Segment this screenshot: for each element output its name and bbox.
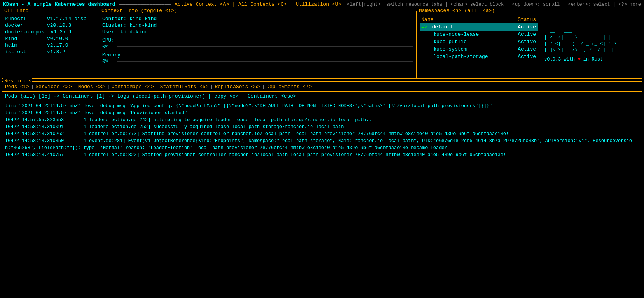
ns-arrow: => [421, 24, 428, 30]
ns-status: Active [518, 31, 536, 37]
ns-status: Active [518, 46, 536, 52]
cli-tool-name: kind [5, 36, 44, 42]
ns-name: kube-node-lease [421, 31, 518, 37]
log-content: time="2021-04-22T14:57:55Z" level=debug … [2, 101, 642, 160]
tab-separator: | [155, 84, 159, 90]
context-context: Context: kind-kind [102, 16, 413, 22]
cpu-label: CPU: [102, 37, 413, 43]
ns-row[interactable]: kube-publicActive [420, 38, 538, 45]
cli-tool-row: kindv0.10.0 [5, 36, 96, 42]
tab-7[interactable]: Deployments <7> [266, 84, 312, 90]
ns-list: => defaultActive kube-node-leaseActive k… [420, 23, 538, 60]
cli-tool-version: v0.10.0 [47, 36, 68, 42]
log-line: I0422 14:57:55.823553 1 leaderelection.g… [5, 117, 639, 124]
namespaces-title: Namespaces <n> (all: <a>) [418, 8, 496, 14]
cpu-value: 0% [102, 44, 114, 50]
ns-row[interactable]: => defaultActive [420, 23, 538, 31]
context-user: User: kind-kind [102, 29, 413, 35]
tab-separator: | [210, 84, 213, 90]
right-shortcuts: <left|right>: switch resource tabs | <ch… [347, 2, 641, 7]
tab-separator: | [107, 84, 110, 90]
breadcrumb: Pods (all) [15] -> Containers [1] -> Log… [2, 92, 642, 101]
context-info-panel: Context Info (toggle <i>) Context: kind-… [99, 11, 417, 78]
breadcrumb-text: Pods (all) [15] -> Containers [1] -> Log… [5, 93, 296, 99]
cli-tools-list: kubectlv1.17.14-dispdockerv20.10.3docker… [5, 16, 96, 55]
log-line: I0422 14:58:13.310091 1 leaderelection.g… [5, 124, 639, 131]
ns-header: Name Status [420, 16, 538, 23]
ns-status: Active [518, 54, 536, 59]
ns-status: Active [518, 39, 536, 45]
cli-tool-row: istioctlv1.8.2 [5, 49, 96, 55]
resources-title: Resources [3, 78, 32, 84]
cli-tool-row: helmv2.17.0 [5, 42, 96, 48]
ns-col-status: Status [518, 17, 536, 23]
logo-panel: __ ___ | / /| \ ___ ___|_| | ' <| | ) |/… [541, 11, 642, 78]
cli-tool-version: v20.10.3 [47, 23, 71, 28]
resources-panel: Resources Pods <1> | Services <2> | Node… [2, 81, 642, 293]
logo-art: __ ___ | / /| \ ___ ___|_| | ' <| | ) |/… [544, 28, 639, 54]
tab-4[interactable]: ConfigMaps <4> [112, 84, 154, 90]
cli-tool-version: v1.27.1 [51, 29, 72, 35]
ns-row[interactable]: kube-node-leaseActive [420, 31, 538, 38]
tab-6[interactable]: ReplicaSets <6> [215, 84, 260, 90]
cli-tool-name: docker-compose [5, 29, 47, 35]
resource-tabs[interactable]: Pods <1> | Services <2> | Nodes <3> | Co… [2, 82, 642, 92]
cli-tool-name: kubectl [5, 16, 44, 22]
ns-row[interactable]: local-path-storageActive [420, 53, 538, 60]
ns-col-name: Name [421, 17, 433, 23]
namespaces-panel: Namespaces <n> (all: <a>) Name Status =>… [417, 11, 541, 78]
ns-name: kube-system [421, 46, 518, 52]
ns-name: default [429, 24, 518, 30]
log-line: time="2021-04-22T14:57:55Z" level=debug … [5, 103, 639, 110]
cli-tool-version: v1.17.14-disp [47, 16, 86, 22]
log-line: I0422 14:58:13.410757 1 controller.go:82… [5, 152, 639, 159]
cli-tool-row: dockerv20.10.3 [5, 23, 96, 28]
cli-tool-name: istioctl [5, 49, 44, 55]
tab-1[interactable]: Pods <1> [5, 84, 29, 90]
left-shortcuts[interactable]: Active Context <A> | All Contexts <C> | … [175, 2, 341, 7]
log-line: time="2021-04-22T14:57:55Z" level=debug … [5, 110, 639, 117]
cli-tool-row: kubectlv1.17.14-disp [5, 16, 96, 22]
title-bar: KDash - A simple Kubernetes dashboard ——… [0, 0, 644, 9]
tab-separator: | [31, 84, 34, 90]
log-line: I0422 14:58:13.310350 1 event.go:281] Ev… [5, 138, 639, 152]
tab-2[interactable]: Services <2> [35, 84, 72, 90]
ns-row[interactable]: kube-systemActive [420, 45, 538, 53]
app-title: KDash - A simple Kubernetes dashboard [3, 2, 115, 7]
cli-tool-name: helm [5, 42, 44, 48]
cli-tool-version: v2.17.0 [47, 42, 68, 48]
cli-tool-row: docker-composev1.27.1 [5, 29, 96, 35]
memory-value: 0% [102, 59, 114, 64]
cli-tool-version: v1.8.2 [47, 49, 65, 55]
logo-version: v0.0.3 with ♥ in Rust [544, 57, 639, 62]
log-line: I0422 14:58:13.310262 1 controller.go:77… [5, 131, 639, 138]
tab-3[interactable]: Nodes <3> [78, 84, 105, 90]
ns-name: kube-public [421, 39, 518, 45]
tab-separator: | [262, 84, 265, 90]
cli-info-title: CLI Info [3, 8, 29, 14]
memory-label: Memory: [102, 52, 413, 58]
ns-status: Active [518, 24, 536, 30]
ns-name: local-path-storage [421, 54, 518, 59]
context-cluster: Cluster: kind-kind [102, 23, 413, 28]
cli-info-panel: CLI Info kubectlv1.17.14-dispdockerv20.1… [2, 11, 99, 78]
cli-tool-name: docker [5, 23, 44, 28]
context-info-title: Context Info (toggle <i>) [101, 8, 178, 14]
tab-5[interactable]: StatefulSets <5> [160, 84, 209, 90]
tab-separator: | [73, 84, 77, 90]
